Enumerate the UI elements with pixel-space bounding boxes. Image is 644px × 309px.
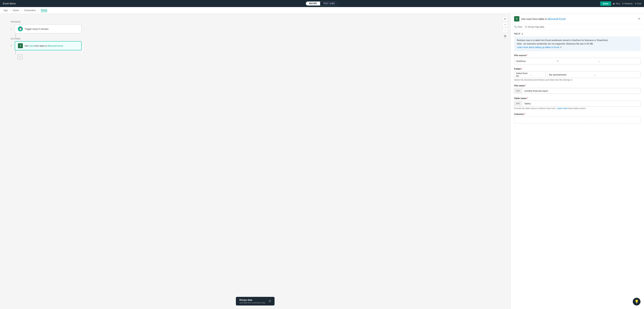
file-name-label: File name * <box>514 84 640 87</box>
help-link-external-icon: ↗ <box>560 46 562 49</box>
canvas: ↻ + − ⨁ TRIGGER 1 ⏰ Trigger every 5 minu… <box>0 14 510 309</box>
connector-2 <box>16 50 16 55</box>
action-rows-highlight: rows <box>29 45 34 47</box>
folder-left-chevron-icon[interactable]: ⌄ <box>530 73 544 76</box>
find-icon: 🔍 <box>514 26 517 28</box>
action-text: Get rows from table in Microsoft Excel <box>24 45 63 47</box>
folder-right-value: My spreadsheets <box>549 73 594 76</box>
folder-left-dropdown[interactable]: Select from list ⌄ <box>514 71 546 78</box>
file-source-label: File source * <box>514 54 640 57</box>
app-title: Excel demo <box>3 2 16 5</box>
help-body-text: Retrieve rows in a table from Excel work… <box>517 39 608 42</box>
breadcrumb-connection[interactable]: Connection <box>24 9 36 12</box>
recipe-test-tabs: RECIPE TEST JOBS <box>306 2 338 6</box>
panel-excel-icon: X <box>514 16 520 22</box>
test-icon: ▶ <box>613 2 615 5</box>
folder-row: Select from list ⌄ My spreadsheets ⌄ <box>514 71 640 78</box>
table-name-label: Table name * <box>514 97 640 100</box>
file-name-input-wrapper: ABC <box>514 88 640 94</box>
file-name-required: * <box>525 84 526 87</box>
folder-right-dropdown[interactable]: My spreadsheets ⌄ <box>547 71 640 78</box>
group-map-button[interactable]: ☷ Group map data <box>525 26 544 28</box>
find-button[interactable]: 🔍 Find <box>514 26 522 28</box>
help-chevron-icon: ∧ <box>522 33 523 35</box>
file-source-select[interactable]: OneDrive ✕ ⌄ <box>514 58 640 64</box>
main-layout: ↻ + − ⨁ TRIGGER 1 ⏰ Trigger every 5 minu… <box>0 14 644 309</box>
file-name-input[interactable] <box>522 88 640 94</box>
group-map-icon: ☷ <box>525 26 527 28</box>
table-name-learn-more-link[interactable]: Learn more <box>557 107 568 110</box>
breadcrumb-app[interactable]: App <box>4 9 8 12</box>
trigger-node[interactable]: ⏰ Trigger every 5 minutes <box>15 24 82 34</box>
breadcrumb-arrow-2: → <box>20 9 23 12</box>
folder-right-select: My spreadsheets ⌄ <box>547 71 640 78</box>
trigger-label: TRIGGER <box>10 21 20 23</box>
help-note-text: Note: .xls extension workbooks are not s… <box>517 43 594 45</box>
panel-title: Get rows from table in Microsoft Excel <box>521 18 566 21</box>
tab-recipe[interactable]: RECIPE <box>306 2 320 6</box>
folder-left-select: Select from list ⌄ <box>514 71 546 78</box>
panel-close-button[interactable]: ✕ <box>638 17 640 21</box>
breadcrumb-action[interactable]: Action <box>13 9 19 12</box>
panel-title-prefix: Get rows from table in <box>521 18 548 21</box>
exit-button[interactable]: ✕ Exit <box>635 2 641 5</box>
columns-required: * <box>524 113 525 115</box>
table-name-input[interactable] <box>522 101 640 106</box>
tab-test-jobs[interactable]: TEST JOBS <box>320 2 338 6</box>
trigger-icon: ⏰ <box>18 26 23 31</box>
test-button[interactable]: ▶ Test <box>613 2 620 5</box>
table-name-input-wrapper: ABC <box>514 101 640 106</box>
table-name-desc: Provide the table name to retrieve rows … <box>514 107 640 110</box>
table-name-required: * <box>527 97 528 100</box>
table-name-field: Table name * ABC Provide the table name … <box>514 97 640 110</box>
step-1-number: 1 <box>10 28 13 30</box>
help-box: Retrieve rows in a table from Excel work… <box>514 37 640 51</box>
help-label: HELP <box>514 33 520 35</box>
actions-label: ACTIONS <box>10 38 20 40</box>
canvas-zoom-in-btn[interactable]: + <box>503 22 508 27</box>
folder-field: Folder * Select from list ⌄ My spreadshe… <box>514 68 640 81</box>
exit-icon: ✕ <box>635 2 636 5</box>
chat-button[interactable]: 💡 <box>633 298 640 305</box>
step-2-number: 2 <box>10 45 13 47</box>
breadcrumb-arrow-3: → <box>37 9 39 12</box>
file-source-clear-btn[interactable]: ✕ <box>556 60 597 63</box>
folder-description: Select the drive/document library and fo… <box>514 79 640 81</box>
trigger-text: Trigger every 5 minutes <box>24 28 48 30</box>
file-source-value: OneDrive <box>516 60 556 63</box>
panel-title-link[interactable]: Microsoft Excel <box>548 18 566 21</box>
topbar-actions: Save ▶ Test ↻ Refresh ✕ Exit <box>600 2 641 6</box>
refresh-button[interactable]: ↻ Refresh <box>622 2 633 5</box>
right-panel: X Get rows from table in Microsoft Excel… <box>510 14 644 309</box>
folder-right-chevron-icon[interactable]: ⌄ <box>594 73 639 76</box>
breadcrumb-setup[interactable]: Setup <box>41 9 47 12</box>
refresh-icon: ↻ <box>622 2 624 5</box>
recipe-data-subtitle: Use data from a previous step <box>240 301 265 304</box>
recipe-data-panel[interactable]: Recipe data Use data from a previous ste… <box>236 297 274 305</box>
canvas-refresh-btn[interactable]: ↻ <box>503 17 508 22</box>
recipe-data-content: Recipe data Use data from a previous ste… <box>240 299 265 304</box>
recipe-data-expand-icon[interactable]: ⇵ <box>269 299 271 303</box>
file-source-required: * <box>526 54 528 57</box>
action-node[interactable]: X Get rows from table in Microsoft Excel <box>15 41 82 50</box>
help-section: HELP ∧ Retrieve rows in a table from Exc… <box>514 33 640 51</box>
recipe-data-title: Recipe data <box>240 299 265 301</box>
breadcrumb: App → Action → Connection → Setup <box>0 7 644 14</box>
panel-toolbar: 🔍 Find ☷ Group map data <box>510 24 644 30</box>
topbar: Excel demo RECIPE TEST JOBS Save ▶ Test … <box>0 0 644 7</box>
save-button[interactable]: Save <box>600 2 611 6</box>
add-step-button[interactable]: + <box>18 55 22 60</box>
help-toggle[interactable]: HELP ∧ <box>514 33 640 35</box>
chat-icon: 💡 <box>634 299 639 304</box>
connector-1 <box>16 34 16 38</box>
canvas-zoom-out-btn[interactable]: − <box>503 28 508 33</box>
file-source-chevron-icon[interactable]: ⌄ <box>598 60 638 63</box>
canvas-fit-btn[interactable]: ⨁ <box>503 34 508 38</box>
excel-icon: X <box>18 43 23 48</box>
panel-header: X Get rows from table in Microsoft Excel… <box>510 14 644 24</box>
columns-label: Columns * <box>514 113 640 115</box>
help-link[interactable]: Learn more about setting up tables in Ex… <box>517 46 559 49</box>
folder-label: Folder * <box>514 68 640 70</box>
tab-switcher: RECIPE TEST JOBS <box>306 2 338 6</box>
columns-input-area[interactable] <box>514 117 640 124</box>
